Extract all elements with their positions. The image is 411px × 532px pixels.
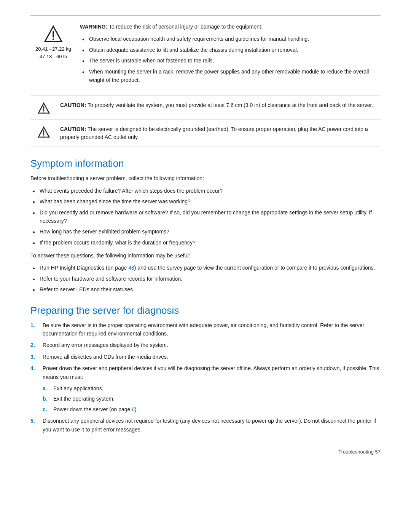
warning-content: WARNING: To reduce the risk of personal …: [76, 22, 381, 89]
page-6-link[interactable]: 6: [132, 406, 135, 412]
list-item: What has been changed since the time the…: [30, 197, 381, 206]
caution-text-2: The server is designed to be electricall…: [60, 126, 368, 140]
caution-text-1: To properly ventilate the system, you mu…: [86, 102, 373, 108]
warning-label: WARNING:: [80, 24, 107, 30]
caution-section-2: CAUTION: The server is designed to be el…: [30, 120, 381, 147]
warning-icon-col: 20.41 - 27.22 kg 47.18 - 60 lb: [30, 22, 76, 60]
list-item: Run HP Insight Diagnostics (on page 48) …: [30, 264, 381, 272]
caution-icon-1: [38, 102, 50, 114]
list-item: If the problem occurs randomly, what is …: [30, 238, 381, 247]
list-item: Exit the operating system.: [43, 395, 381, 403]
list-item: Disconnect any peripheral devices not re…: [30, 417, 381, 434]
list-item: What events preceded the failure? After …: [30, 187, 381, 195]
list-item: How long has the server exhibited proble…: [30, 227, 381, 236]
substep3-after: ).: [135, 406, 138, 412]
svg-point-2: [53, 38, 54, 40]
svg-point-8: [43, 136, 45, 137]
caution-content-1: CAUTION: To properly ventilate the syste…: [57, 101, 381, 109]
warning-intro: To reduce the risk of personal injury or…: [107, 24, 263, 30]
warning-bullet-list: Observe local occupation health and safe…: [80, 35, 381, 84]
symptom-bullet-list: What events preceded the failure? After …: [30, 187, 381, 247]
list-item: Power down the server and peripheral dev…: [30, 364, 381, 414]
list-item: The server is unstable when not fastened…: [80, 56, 381, 65]
hp-insight-before: Run HP Insight Diagnostics (on page: [40, 265, 128, 271]
useful-bullet-list: Run HP Insight Diagnostics (on page 48) …: [30, 264, 381, 294]
list-item: Did you recently add or remove hardware …: [30, 208, 381, 225]
list-item: Refer to your hardware and software reco…: [30, 275, 381, 283]
symptom-heading: Symptom information: [30, 158, 381, 169]
warning-intro-text: WARNING: To reduce the risk of personal …: [80, 22, 381, 31]
list-item: Obtain adequate assistance to lift and s…: [80, 46, 381, 54]
hp-insight-after: ) and use the survey page to view the cu…: [134, 265, 375, 271]
caution-label-1: CAUTION:: [60, 102, 86, 108]
alpha-sublist: Exit any applications. Exit the operatin…: [43, 384, 381, 414]
caution-section-1: CAUTION: To properly ventilate the syste…: [30, 96, 381, 120]
page-48-link[interactable]: 48: [128, 265, 134, 271]
list-item: Be sure the server is in the proper oper…: [30, 321, 381, 338]
symptom-intro: Before troubleshooting a server problem,…: [30, 174, 381, 182]
list-item: Exit any applications.: [43, 384, 381, 393]
step4-text: Power down the server and peripheral dev…: [43, 365, 379, 380]
list-item: Observe local occupation health and safe…: [80, 35, 381, 43]
caution-content-2: CAUTION: The server is designed to be el…: [57, 125, 381, 141]
diagnosis-numbered-list: Be sure the server is in the proper oper…: [30, 321, 381, 434]
weight-text: 20.41 - 27.22 kg 47.18 - 60 lb: [35, 45, 71, 60]
caution-label-2: CAUTION:: [60, 126, 86, 132]
list-item: Record any error messages displayed by t…: [30, 341, 381, 349]
svg-point-5: [43, 112, 45, 113]
footer-text: Troubleshooting 57: [338, 449, 381, 455]
useful-intro: To answer these questions, the following…: [30, 251, 381, 260]
caution-icon-2: [38, 126, 50, 138]
warning-section: 20.41 - 27.22 kg 47.18 - 60 lb WARNING: …: [30, 16, 381, 96]
list-item: Refer to server LEDs and their statuses.: [30, 285, 381, 294]
substep3-before: Power down the server (on page: [53, 406, 132, 412]
caution-icon-col-2: [30, 125, 57, 138]
list-item: Remove all diskettes and CDs from the me…: [30, 353, 381, 361]
diagnosis-heading: Preparing the server for diagnosis: [30, 305, 381, 316]
warning-icon: [44, 25, 62, 43]
list-item: When mounting the server in a rack, remo…: [80, 67, 381, 85]
footer-area: Troubleshooting 57: [30, 449, 381, 455]
caution-icon-col-1: [30, 101, 57, 114]
list-item: Power down the server (on page 6).: [43, 405, 381, 414]
